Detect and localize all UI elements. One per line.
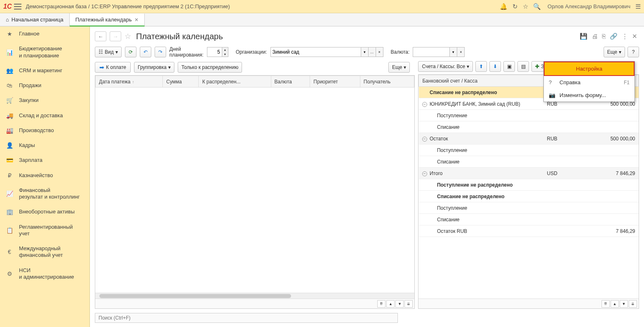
window-button-2[interactable]: ▤ [517,61,529,72]
table-row[interactable]: −ОстатокRUB500 000,00 [419,133,639,145]
left-col-5[interactable]: Получатель [360,76,414,88]
menu-item-change-form[interactable]: 📷 Изменить форму... [544,89,635,102]
table-row[interactable]: Остаток RUB7 846,29 [419,225,639,237]
sidebar-item-3[interactable]: 🛍Продажи [0,78,89,93]
table-row[interactable]: Поступление [419,202,639,214]
table-row[interactable]: −ИтогоUSD7 846,29 [419,168,639,179]
right-col-0[interactable]: Банковский счет / Касса [419,75,544,87]
undo-button[interactable]: ↶ [140,47,151,57]
table-row[interactable]: Поступление [419,145,639,156]
nav-forward-button[interactable]: → [110,31,121,41]
collapse-all-icon[interactable]: ⇊ [404,300,413,308]
refresh-button[interactable]: ⟳ [125,47,136,57]
spin-down-icon[interactable]: ▼ [222,52,228,57]
sidebar-item-6[interactable]: 🏭Производство [0,123,89,138]
sidebar-item-12[interactable]: 📋Регламентированный учет [0,220,89,242]
table-row[interactable]: Поступление [419,110,639,121]
table-row[interactable]: Списание не распределено [419,191,639,202]
redo-button[interactable]: ↷ [155,47,166,57]
sidebar-item-1[interactable]: 📊Бюджетирование и планирование [0,41,89,63]
star-icon[interactable]: ☆ [523,3,528,10]
view-button[interactable]: ☷ Вид ▾ [95,47,122,57]
org-select[interactable]: ▾ … × [270,47,383,57]
left-col-3[interactable]: Валюта [271,76,310,88]
sidebar-item-0[interactable]: ★Главное [0,26,89,41]
sidebar-item-8[interactable]: 💳Зарплата [0,153,89,168]
days-input[interactable] [207,47,222,57]
collapse-icon[interactable]: − [422,171,427,176]
currency-input[interactable] [413,47,450,57]
org-input[interactable] [270,47,361,57]
favorite-star-icon[interactable]: ☆ [125,32,131,41]
left-col-2[interactable]: К распределен... [199,76,271,88]
search-icon[interactable]: 🔍 [533,3,541,10]
sidebar-item-14[interactable]: ⚙НСИ и администрирование [0,263,89,285]
save-icon[interactable]: 💾 [580,33,588,40]
user-name[interactable]: Орлов Александр Владимирович [548,3,630,9]
left-table-body[interactable]: Дата платежа↑СуммаК распределен...Валюта… [95,76,414,293]
table-row[interactable]: Списание [419,214,639,225]
more-button[interactable]: Еще ▾ [604,47,625,57]
left-col-1[interactable]: Сумма [163,76,199,88]
grouping-button[interactable]: Группировка ▾ [134,62,174,73]
print-icon[interactable]: 🖨 [592,33,598,40]
collapse-icon[interactable]: − [422,137,427,142]
sidebar-item-2[interactable]: 👥CRM и маркетинг [0,63,89,78]
spin-up-icon[interactable]: ▲ [222,47,228,52]
sidebar-item-7[interactable]: 👤Кадры [0,138,89,153]
left-col-4[interactable]: Приоритет [310,76,360,88]
table-row[interactable]: Списание [419,156,639,168]
org-clear-button[interactable]: × [376,47,383,57]
table-row[interactable]: Поступление не распределено [419,179,639,191]
org-ellipsis-button[interactable]: … [369,47,376,57]
up-icon[interactable]: ▲ [386,300,395,308]
collapse-all-icon[interactable]: ⇊ [629,300,637,308]
down-icon[interactable]: ▼ [395,300,404,308]
sidebar-item-11[interactable]: 🏢Внеоборотные активы [0,204,89,219]
sidebar-item-10[interactable]: 📈Финансовый результат и контроллинг [0,183,89,205]
currency-select[interactable]: ▾ × [413,47,465,57]
settings-lines-icon[interactable]: ☰ [635,3,641,10]
sidebar-label: Производство [19,127,54,134]
search-input[interactable] [95,313,398,323]
menu-item-help[interactable]: ? Справка F1 [544,76,635,89]
tab-payment-calendar[interactable]: Платежный календарь ✕ [70,14,145,26]
sidebar-item-9[interactable]: ₽Казначейство [0,168,89,183]
tab-home[interactable]: ⌂ Начальная страница [0,13,70,26]
collapse-icon[interactable]: − [422,102,427,107]
window-button-1[interactable]: ▣ [503,61,515,72]
currency-dropdown-icon[interactable]: ▾ [450,47,457,57]
down-icon[interactable]: ▼ [620,300,628,308]
accounts-filter-button[interactable]: Счета / Кассы: Все ▾ [418,61,473,72]
export-icon[interactable]: ⎘ [602,33,606,40]
more-vertical-icon[interactable]: ⋮ [622,33,628,40]
left-more-button[interactable]: Еще ▾ [388,62,410,73]
history-icon[interactable]: ↻ [512,3,518,10]
expand-all-icon[interactable]: ⇈ [377,300,385,308]
link-icon[interactable]: 🔗 [610,33,618,40]
sidebar-item-13[interactable]: €Международный финансовый учет [0,241,89,263]
sidebar-item-4[interactable]: 🛒Закупки [0,93,89,108]
table-row[interactable]: Списание [419,121,639,133]
distribute-only-button[interactable]: Только к распределению [178,62,242,73]
right-panel-footer: ⇈ ▲ ▼ ⇊ [418,299,639,308]
move-down-button[interactable]: ⬇ [489,61,501,72]
left-hscroll[interactable] [95,293,414,299]
move-up-button[interactable]: ⬆ [475,61,487,72]
days-spinner[interactable]: ▲▼ [207,47,228,57]
expand-all-icon[interactable]: ⇈ [602,300,610,308]
org-dropdown-icon[interactable]: ▾ [361,47,369,57]
menu-item-settings[interactable]: Настройка [544,62,635,76]
close-page-icon[interactable]: ✕ [632,33,637,40]
close-icon[interactable]: ✕ [134,17,139,23]
sidebar-item-5[interactable]: 🚚Склад и доставка [0,108,89,123]
up-icon[interactable]: ▲ [611,300,619,308]
nav-back-button[interactable]: ← [95,31,106,41]
right-table-body[interactable]: Банковский счет / КассаВалю... Списание … [418,75,639,299]
left-col-0[interactable]: Дата платежа↑ [96,76,163,88]
to-pay-button[interactable]: ➡ К оплате [95,62,131,73]
currency-clear-button[interactable]: × [457,47,465,57]
menu-icon[interactable] [14,4,21,9]
help-button[interactable]: ? [628,47,639,57]
bell-icon[interactable]: 🔔 [500,3,508,10]
